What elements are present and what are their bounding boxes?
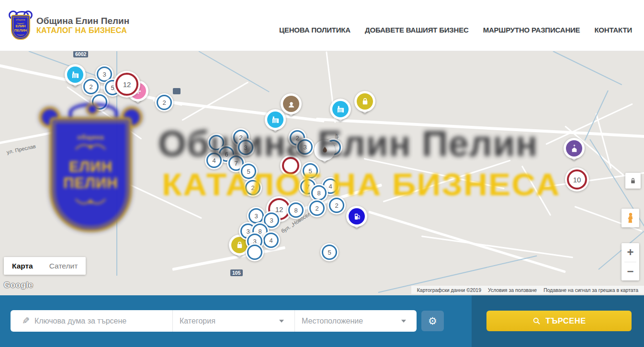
chevron-down-icon xyxy=(279,320,284,323)
map-canvas[interactable]: община ЕЛИН ПЕЛИН Община Елин Пелин КАТА… xyxy=(0,51,644,295)
category-dropdown-value: Категория xyxy=(180,317,215,325)
terms-link[interactable]: Условия за ползване xyxy=(485,287,540,293)
cluster-marker[interactable]: 3 xyxy=(237,138,255,157)
map-type-map-button[interactable]: Карта xyxy=(4,257,41,275)
cluster-marker[interactable] xyxy=(246,243,264,261)
cluster-marker[interactable]: 2 xyxy=(155,93,173,112)
cluster-ring: 2 xyxy=(245,180,260,195)
cluster-ring: 2 xyxy=(309,201,325,216)
nav-item-route-schedule[interactable]: МАРШРУТНО РАЗПИСАНИЕ xyxy=(483,26,580,34)
map-road xyxy=(521,166,552,216)
cluster-count: 2 xyxy=(335,202,338,209)
map-pin-church[interactable] xyxy=(564,138,585,166)
street-view-pegman-button[interactable] xyxy=(621,209,639,227)
cluster-ring: 8 xyxy=(288,202,304,218)
map-river xyxy=(553,51,622,85)
cluster-count: 3 xyxy=(303,144,306,151)
zoom-in-button[interactable]: + xyxy=(621,243,639,262)
cluster-marker[interactable]: 8 xyxy=(287,201,305,219)
cluster-marker[interactable]: 2 xyxy=(244,179,262,197)
cluster-marker[interactable]: 12 xyxy=(113,71,140,98)
cluster-count: 3 xyxy=(244,144,247,151)
cluster-marker[interactable] xyxy=(90,93,109,111)
brand-title: Община Елин Пелин xyxy=(36,16,129,26)
cluster-count: 7 xyxy=(234,160,237,167)
pump-icon xyxy=(349,208,365,224)
cluster-count: 4 xyxy=(328,183,332,190)
street-name-label: ул. Преслав xyxy=(6,143,36,155)
cluster-count: 5 xyxy=(308,168,312,175)
crest-flourish-icon xyxy=(74,197,107,205)
map-pin-factory[interactable] xyxy=(330,99,351,126)
crest-flourish-icon xyxy=(74,143,107,152)
map-pin-factory[interactable] xyxy=(265,109,286,137)
nav-item-pricing[interactable]: ЦЕНОВА ПОЛИТИКА xyxy=(279,26,350,34)
map-pin-flame[interactable] xyxy=(314,140,335,168)
map-road xyxy=(114,177,202,219)
cluster-count: 5 xyxy=(328,249,331,256)
church-icon xyxy=(566,140,582,157)
cluster-count: 6 xyxy=(225,151,228,158)
advanced-settings-button[interactable]: ⚙ xyxy=(421,311,444,331)
crest-body xyxy=(50,117,132,232)
cluster-marker[interactable]: 5 xyxy=(239,162,258,180)
zoom-control: + − xyxy=(621,243,639,280)
nav-item-contacts[interactable]: КОНТАКТИ xyxy=(594,26,632,34)
gear-icon: ⚙ xyxy=(428,315,437,327)
pencil-icon: ✎ xyxy=(22,315,30,326)
cluster-marker[interactable]: 4 xyxy=(262,231,280,249)
bag-icon xyxy=(357,93,373,110)
flame-icon xyxy=(316,142,333,158)
cluster-ring: 3 xyxy=(249,208,264,224)
pegman-icon xyxy=(625,212,636,224)
cluster-count: 2 xyxy=(315,205,318,212)
cluster-count: 5 xyxy=(247,168,250,175)
cluster-count: 2 xyxy=(251,184,254,191)
cluster-count: 3 xyxy=(102,71,106,78)
search-button-label: ТЪРСЕНЕ xyxy=(545,316,586,325)
cluster-ring xyxy=(282,157,299,174)
google-logo[interactable]: Google xyxy=(4,280,34,290)
zoom-out-button[interactable]: − xyxy=(621,262,639,281)
lock-control-button[interactable] xyxy=(625,173,641,189)
cluster-count: 7 xyxy=(306,183,309,190)
factory-icon xyxy=(267,112,283,128)
cluster-marker[interactable] xyxy=(280,155,301,176)
road-number-shield: 6002 xyxy=(73,51,88,57)
cluster-marker[interactable]: 10 xyxy=(565,168,589,191)
cluster-marker[interactable]: 5 xyxy=(320,243,339,261)
cluster-count: 8 xyxy=(294,207,297,214)
report-error-link[interactable]: Подаване на сигнал за грешка в картата xyxy=(540,287,642,293)
search-icon xyxy=(532,316,541,325)
location-dropdown[interactable]: Местоположение xyxy=(295,310,417,332)
map-type-satellite-button[interactable]: Сателит xyxy=(41,257,86,275)
map-pin-bag[interactable] xyxy=(354,91,375,119)
brand-logo[interactable]: община ЕЛИН ПЕЛИН Община Елин Пелин КАТА… xyxy=(10,11,129,40)
cluster-count: 2 xyxy=(89,83,92,90)
search-submit-button[interactable]: ТЪРСЕНЕ xyxy=(486,311,632,331)
brand-text: Община Елин Пелин КАТАЛОГ НА БИЗНЕСА xyxy=(36,16,129,35)
cluster-ring: 5 xyxy=(241,164,256,179)
map-type-toggle: Карта Сателит xyxy=(4,257,86,275)
category-dropdown[interactable]: Категория xyxy=(173,310,294,332)
map-pin-pump[interactable] xyxy=(346,206,367,234)
cluster-marker[interactable]: 2 xyxy=(308,199,326,217)
keyword-search-input[interactable] xyxy=(34,316,172,326)
cluster-count: 12 xyxy=(275,205,283,213)
brand-subtitle: КАТАЛОГ НА БИЗНЕСА xyxy=(36,26,129,35)
cluster-ring: 2 xyxy=(329,198,344,213)
nav-item-add-business[interactable]: ДОБАВЕТЕ ВАШИЯТ БИЗНЕС xyxy=(365,26,469,34)
cluster-marker[interactable]: 4 xyxy=(205,151,223,169)
map-road xyxy=(0,119,118,145)
cluster-marker[interactable]: 2 xyxy=(328,196,346,214)
page: община ЕЛИН ПЕЛИН Община Елин Пелин КАТА… xyxy=(0,0,644,347)
cluster-ring: 2 xyxy=(157,95,172,110)
crest-ornament xyxy=(17,33,24,35)
cluster-ring: 3 xyxy=(297,139,313,155)
cluster-count: 4 xyxy=(212,157,215,164)
search-bar: ✎ Категория Местоположение ⚙ ТЪРСЕНЕ xyxy=(0,295,644,347)
cluster-marker[interactable]: 3 xyxy=(296,138,314,156)
cluster-count: 3 xyxy=(254,213,258,220)
municipality-crest-icon: община ЕЛИН ПЕЛИН xyxy=(10,11,32,40)
crest-curl-icon xyxy=(121,107,142,128)
